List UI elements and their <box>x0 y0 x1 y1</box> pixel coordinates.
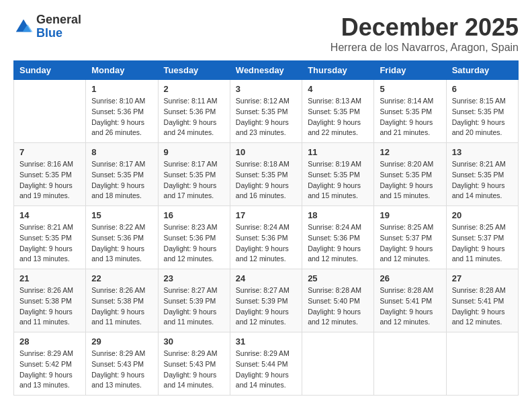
day-number: 20 <box>452 210 513 220</box>
day-info: Sunrise: 8:13 AM Sunset: 5:35 PM Dayligh… <box>308 96 368 138</box>
day-number: 12 <box>380 147 440 157</box>
day-info: Sunrise: 8:17 AM Sunset: 5:35 PM Dayligh… <box>164 159 224 201</box>
logo-icon <box>13 17 34 37</box>
day-number: 30 <box>164 336 224 347</box>
calendar-cell: 16Sunrise: 8:23 AM Sunset: 5:36 PM Dayli… <box>158 206 230 269</box>
calendar-cell: 25Sunrise: 8:28 AM Sunset: 5:40 PM Dayli… <box>302 269 374 332</box>
day-number: 23 <box>164 273 224 283</box>
day-number: 18 <box>308 210 368 220</box>
calendar-cell: 14Sunrise: 8:21 AM Sunset: 5:35 PM Dayli… <box>14 206 86 269</box>
day-info: Sunrise: 8:26 AM Sunset: 5:38 PM Dayligh… <box>91 285 152 328</box>
day-of-week-header: Tuesday <box>158 61 230 80</box>
day-number: 31 <box>236 336 296 347</box>
day-info: Sunrise: 8:20 AM Sunset: 5:35 PM Dayligh… <box>380 159 440 201</box>
day-info: Sunrise: 8:29 AM Sunset: 5:43 PM Dayligh… <box>91 349 152 391</box>
day-info: Sunrise: 8:18 AM Sunset: 5:35 PM Dayligh… <box>236 159 296 201</box>
day-info: Sunrise: 8:11 AM Sunset: 5:36 PM Dayligh… <box>164 96 224 138</box>
calendar-cell: 6Sunrise: 8:15 AM Sunset: 5:35 PM Daylig… <box>446 80 518 143</box>
day-number: 24 <box>236 273 296 283</box>
calendar-cell: 17Sunrise: 8:24 AM Sunset: 5:36 PM Dayli… <box>230 206 302 269</box>
calendar-week-row: 14Sunrise: 8:21 AM Sunset: 5:35 PM Dayli… <box>14 206 519 269</box>
day-info: Sunrise: 8:29 AM Sunset: 5:43 PM Dayligh… <box>164 349 224 391</box>
calendar-header: SundayMondayTuesdayWednesdayThursdayFrid… <box>14 61 519 80</box>
day-info: Sunrise: 8:28 AM Sunset: 5:41 PM Dayligh… <box>452 285 513 328</box>
calendar-cell: 26Sunrise: 8:28 AM Sunset: 5:41 PM Dayli… <box>374 269 446 332</box>
calendar-cell: 3Sunrise: 8:12 AM Sunset: 5:35 PM Daylig… <box>230 80 302 143</box>
day-of-week-header: Saturday <box>446 61 518 80</box>
day-number: 1 <box>91 84 152 94</box>
calendar-cell: 13Sunrise: 8:21 AM Sunset: 5:35 PM Dayli… <box>446 143 518 206</box>
day-number: 26 <box>380 273 440 283</box>
day-info: Sunrise: 8:21 AM Sunset: 5:35 PM Dayligh… <box>452 159 513 201</box>
header-row: SundayMondayTuesdayWednesdayThursdayFrid… <box>14 61 519 80</box>
day-number: 8 <box>91 147 152 157</box>
day-info: Sunrise: 8:22 AM Sunset: 5:36 PM Dayligh… <box>91 222 152 265</box>
calendar-cell: 9Sunrise: 8:17 AM Sunset: 5:35 PM Daylig… <box>158 143 230 206</box>
calendar-cell: 5Sunrise: 8:14 AM Sunset: 5:35 PM Daylig… <box>374 80 446 143</box>
day-info: Sunrise: 8:15 AM Sunset: 5:35 PM Dayligh… <box>452 96 513 138</box>
day-number: 27 <box>452 273 513 283</box>
day-info: Sunrise: 8:10 AM Sunset: 5:36 PM Dayligh… <box>91 96 152 138</box>
day-number: 29 <box>91 336 152 347</box>
day-info: Sunrise: 8:29 AM Sunset: 5:42 PM Dayligh… <box>19 349 80 391</box>
day-number: 22 <box>91 273 152 283</box>
calendar-table: SundayMondayTuesdayWednesdayThursdayFrid… <box>13 60 519 396</box>
day-number: 13 <box>452 147 513 157</box>
calendar-cell: 8Sunrise: 8:17 AM Sunset: 5:35 PM Daylig… <box>86 143 158 206</box>
day-info: Sunrise: 8:24 AM Sunset: 5:36 PM Dayligh… <box>308 222 368 265</box>
calendar-cell: 18Sunrise: 8:24 AM Sunset: 5:36 PM Dayli… <box>302 206 374 269</box>
day-number: 5 <box>380 84 440 94</box>
day-number: 2 <box>164 84 224 94</box>
calendar-cell <box>446 332 518 396</box>
day-info: Sunrise: 8:27 AM Sunset: 5:39 PM Dayligh… <box>164 285 224 328</box>
day-info: Sunrise: 8:14 AM Sunset: 5:35 PM Dayligh… <box>380 96 440 138</box>
day-number: 7 <box>19 147 80 157</box>
logo-general: General <box>36 13 81 27</box>
calendar-week-row: 21Sunrise: 8:26 AM Sunset: 5:38 PM Dayli… <box>14 269 519 332</box>
calendar-cell: 11Sunrise: 8:19 AM Sunset: 5:35 PM Dayli… <box>302 143 374 206</box>
title-block: December 2025 Herrera de los Navarros, A… <box>330 13 519 54</box>
location-title: Herrera de los Navarros, Aragon, Spain <box>330 42 519 54</box>
page-header: General Blue December 2025 Herrera de lo… <box>13 13 519 54</box>
calendar-cell: 1Sunrise: 8:10 AM Sunset: 5:36 PM Daylig… <box>86 80 158 143</box>
calendar-cell: 19Sunrise: 8:25 AM Sunset: 5:37 PM Dayli… <box>374 206 446 269</box>
day-number: 3 <box>236 84 296 94</box>
calendar-cell: 31Sunrise: 8:29 AM Sunset: 5:44 PM Dayli… <box>230 332 302 396</box>
day-of-week-header: Friday <box>374 61 446 80</box>
calendar-cell: 15Sunrise: 8:22 AM Sunset: 5:36 PM Dayli… <box>86 206 158 269</box>
logo-blue: Blue <box>36 27 81 40</box>
day-number: 19 <box>380 210 440 220</box>
day-info: Sunrise: 8:19 AM Sunset: 5:35 PM Dayligh… <box>308 159 368 201</box>
calendar-cell: 10Sunrise: 8:18 AM Sunset: 5:35 PM Dayli… <box>230 143 302 206</box>
calendar-cell: 20Sunrise: 8:25 AM Sunset: 5:37 PM Dayli… <box>446 206 518 269</box>
calendar-cell: 28Sunrise: 8:29 AM Sunset: 5:42 PM Dayli… <box>14 332 86 396</box>
calendar-body: 1Sunrise: 8:10 AM Sunset: 5:36 PM Daylig… <box>14 80 519 396</box>
day-number: 14 <box>19 210 80 220</box>
day-number: 9 <box>164 147 224 157</box>
calendar-cell: 22Sunrise: 8:26 AM Sunset: 5:38 PM Dayli… <box>86 269 158 332</box>
day-number: 11 <box>308 147 368 157</box>
day-number: 10 <box>236 147 296 157</box>
day-info: Sunrise: 8:27 AM Sunset: 5:39 PM Dayligh… <box>236 285 296 328</box>
logo-text: General Blue <box>36 13 81 40</box>
day-number: 16 <box>164 210 224 220</box>
calendar-cell <box>302 332 374 396</box>
day-info: Sunrise: 8:28 AM Sunset: 5:40 PM Dayligh… <box>308 285 368 328</box>
calendar-cell: 23Sunrise: 8:27 AM Sunset: 5:39 PM Dayli… <box>158 269 230 332</box>
day-info: Sunrise: 8:12 AM Sunset: 5:35 PM Dayligh… <box>236 96 296 138</box>
calendar-cell <box>374 332 446 396</box>
month-title: December 2025 <box>330 13 519 42</box>
calendar-cell: 27Sunrise: 8:28 AM Sunset: 5:41 PM Dayli… <box>446 269 518 332</box>
day-info: Sunrise: 8:17 AM Sunset: 5:35 PM Dayligh… <box>91 159 152 201</box>
day-number: 17 <box>236 210 296 220</box>
day-number: 28 <box>19 336 80 347</box>
day-info: Sunrise: 8:25 AM Sunset: 5:37 PM Dayligh… <box>380 222 440 265</box>
calendar-cell: 7Sunrise: 8:16 AM Sunset: 5:35 PM Daylig… <box>14 143 86 206</box>
day-of-week-header: Sunday <box>14 61 86 80</box>
calendar-week-row: 7Sunrise: 8:16 AM Sunset: 5:35 PM Daylig… <box>14 143 519 206</box>
logo: General Blue <box>13 13 81 40</box>
calendar-cell: 24Sunrise: 8:27 AM Sunset: 5:39 PM Dayli… <box>230 269 302 332</box>
calendar-week-row: 28Sunrise: 8:29 AM Sunset: 5:42 PM Dayli… <box>14 332 519 396</box>
day-info: Sunrise: 8:25 AM Sunset: 5:37 PM Dayligh… <box>452 222 513 265</box>
day-number: 25 <box>308 273 368 283</box>
